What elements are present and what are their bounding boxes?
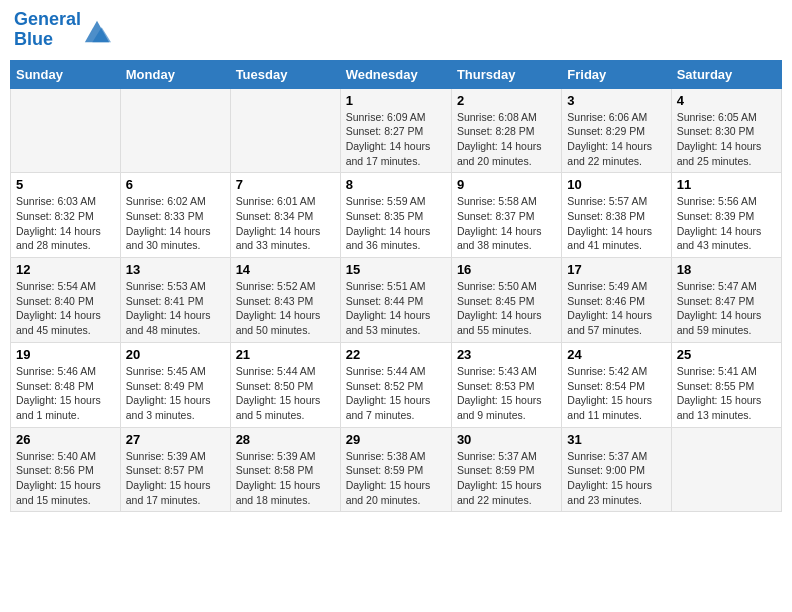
day-number: 28 — [236, 432, 335, 447]
page-header: General Blue — [10, 10, 782, 50]
day-number: 13 — [126, 262, 225, 277]
calendar-cell: 5Sunrise: 6:03 AM Sunset: 8:32 PM Daylig… — [11, 173, 121, 258]
day-info: Sunrise: 5:39 AM Sunset: 8:58 PM Dayligh… — [236, 449, 335, 508]
calendar-week-row: 12Sunrise: 5:54 AM Sunset: 8:40 PM Dayli… — [11, 258, 782, 343]
day-number: 6 — [126, 177, 225, 192]
calendar-cell: 22Sunrise: 5:44 AM Sunset: 8:52 PM Dayli… — [340, 342, 451, 427]
calendar-cell: 26Sunrise: 5:40 AM Sunset: 8:56 PM Dayli… — [11, 427, 121, 512]
day-info: Sunrise: 6:09 AM Sunset: 8:27 PM Dayligh… — [346, 110, 446, 169]
day-number: 7 — [236, 177, 335, 192]
calendar-cell: 25Sunrise: 5:41 AM Sunset: 8:55 PM Dayli… — [671, 342, 781, 427]
day-info: Sunrise: 5:57 AM Sunset: 8:38 PM Dayligh… — [567, 194, 665, 253]
calendar-week-row: 5Sunrise: 6:03 AM Sunset: 8:32 PM Daylig… — [11, 173, 782, 258]
weekday-header-tuesday: Tuesday — [230, 60, 340, 88]
calendar-cell: 24Sunrise: 5:42 AM Sunset: 8:54 PM Dayli… — [562, 342, 671, 427]
day-info: Sunrise: 5:52 AM Sunset: 8:43 PM Dayligh… — [236, 279, 335, 338]
calendar-cell: 2Sunrise: 6:08 AM Sunset: 8:28 PM Daylig… — [451, 88, 561, 173]
day-number: 27 — [126, 432, 225, 447]
day-info: Sunrise: 5:41 AM Sunset: 8:55 PM Dayligh… — [677, 364, 776, 423]
day-number: 4 — [677, 93, 776, 108]
calendar-table: SundayMondayTuesdayWednesdayThursdayFrid… — [10, 60, 782, 513]
calendar-cell: 20Sunrise: 5:45 AM Sunset: 8:49 PM Dayli… — [120, 342, 230, 427]
calendar-cell: 14Sunrise: 5:52 AM Sunset: 8:43 PM Dayli… — [230, 258, 340, 343]
day-number: 9 — [457, 177, 556, 192]
calendar-cell — [120, 88, 230, 173]
calendar-cell: 17Sunrise: 5:49 AM Sunset: 8:46 PM Dayli… — [562, 258, 671, 343]
calendar-week-row: 1Sunrise: 6:09 AM Sunset: 8:27 PM Daylig… — [11, 88, 782, 173]
day-number: 2 — [457, 93, 556, 108]
calendar-cell: 13Sunrise: 5:53 AM Sunset: 8:41 PM Dayli… — [120, 258, 230, 343]
calendar-cell: 19Sunrise: 5:46 AM Sunset: 8:48 PM Dayli… — [11, 342, 121, 427]
day-number: 11 — [677, 177, 776, 192]
calendar-cell: 18Sunrise: 5:47 AM Sunset: 8:47 PM Dayli… — [671, 258, 781, 343]
calendar-cell: 15Sunrise: 5:51 AM Sunset: 8:44 PM Dayli… — [340, 258, 451, 343]
weekday-header-sunday: Sunday — [11, 60, 121, 88]
calendar-cell: 7Sunrise: 6:01 AM Sunset: 8:34 PM Daylig… — [230, 173, 340, 258]
logo: General Blue — [14, 10, 111, 50]
day-info: Sunrise: 6:06 AM Sunset: 8:29 PM Dayligh… — [567, 110, 665, 169]
day-info: Sunrise: 5:37 AM Sunset: 9:00 PM Dayligh… — [567, 449, 665, 508]
logo-icon — [83, 16, 111, 44]
weekday-header-friday: Friday — [562, 60, 671, 88]
calendar-cell: 29Sunrise: 5:38 AM Sunset: 8:59 PM Dayli… — [340, 427, 451, 512]
day-info: Sunrise: 5:47 AM Sunset: 8:47 PM Dayligh… — [677, 279, 776, 338]
day-info: Sunrise: 5:44 AM Sunset: 8:52 PM Dayligh… — [346, 364, 446, 423]
weekday-header-monday: Monday — [120, 60, 230, 88]
day-info: Sunrise: 5:51 AM Sunset: 8:44 PM Dayligh… — [346, 279, 446, 338]
day-number: 20 — [126, 347, 225, 362]
weekday-header-saturday: Saturday — [671, 60, 781, 88]
day-info: Sunrise: 5:42 AM Sunset: 8:54 PM Dayligh… — [567, 364, 665, 423]
day-number: 15 — [346, 262, 446, 277]
day-info: Sunrise: 6:03 AM Sunset: 8:32 PM Dayligh… — [16, 194, 115, 253]
calendar-cell: 4Sunrise: 6:05 AM Sunset: 8:30 PM Daylig… — [671, 88, 781, 173]
day-info: Sunrise: 5:53 AM Sunset: 8:41 PM Dayligh… — [126, 279, 225, 338]
calendar-cell: 12Sunrise: 5:54 AM Sunset: 8:40 PM Dayli… — [11, 258, 121, 343]
calendar-cell: 10Sunrise: 5:57 AM Sunset: 8:38 PM Dayli… — [562, 173, 671, 258]
day-info: Sunrise: 6:02 AM Sunset: 8:33 PM Dayligh… — [126, 194, 225, 253]
calendar-cell: 3Sunrise: 6:06 AM Sunset: 8:29 PM Daylig… — [562, 88, 671, 173]
calendar-cell: 31Sunrise: 5:37 AM Sunset: 9:00 PM Dayli… — [562, 427, 671, 512]
weekday-header-row: SundayMondayTuesdayWednesdayThursdayFrid… — [11, 60, 782, 88]
calendar-week-row: 19Sunrise: 5:46 AM Sunset: 8:48 PM Dayli… — [11, 342, 782, 427]
day-info: Sunrise: 6:01 AM Sunset: 8:34 PM Dayligh… — [236, 194, 335, 253]
day-info: Sunrise: 5:39 AM Sunset: 8:57 PM Dayligh… — [126, 449, 225, 508]
day-info: Sunrise: 5:49 AM Sunset: 8:46 PM Dayligh… — [567, 279, 665, 338]
day-info: Sunrise: 5:40 AM Sunset: 8:56 PM Dayligh… — [16, 449, 115, 508]
day-info: Sunrise: 5:50 AM Sunset: 8:45 PM Dayligh… — [457, 279, 556, 338]
day-number: 14 — [236, 262, 335, 277]
calendar-cell — [230, 88, 340, 173]
day-number: 19 — [16, 347, 115, 362]
day-number: 24 — [567, 347, 665, 362]
day-number: 21 — [236, 347, 335, 362]
day-number: 12 — [16, 262, 115, 277]
calendar-cell: 30Sunrise: 5:37 AM Sunset: 8:59 PM Dayli… — [451, 427, 561, 512]
day-number: 17 — [567, 262, 665, 277]
calendar-cell — [11, 88, 121, 173]
day-info: Sunrise: 5:58 AM Sunset: 8:37 PM Dayligh… — [457, 194, 556, 253]
day-number: 8 — [346, 177, 446, 192]
day-info: Sunrise: 6:05 AM Sunset: 8:30 PM Dayligh… — [677, 110, 776, 169]
day-info: Sunrise: 5:46 AM Sunset: 8:48 PM Dayligh… — [16, 364, 115, 423]
day-info: Sunrise: 5:43 AM Sunset: 8:53 PM Dayligh… — [457, 364, 556, 423]
day-info: Sunrise: 5:37 AM Sunset: 8:59 PM Dayligh… — [457, 449, 556, 508]
weekday-header-wednesday: Wednesday — [340, 60, 451, 88]
day-number: 29 — [346, 432, 446, 447]
calendar-cell: 23Sunrise: 5:43 AM Sunset: 8:53 PM Dayli… — [451, 342, 561, 427]
day-number: 5 — [16, 177, 115, 192]
calendar-cell: 9Sunrise: 5:58 AM Sunset: 8:37 PM Daylig… — [451, 173, 561, 258]
calendar-cell: 21Sunrise: 5:44 AM Sunset: 8:50 PM Dayli… — [230, 342, 340, 427]
weekday-header-thursday: Thursday — [451, 60, 561, 88]
day-number: 23 — [457, 347, 556, 362]
day-info: Sunrise: 5:54 AM Sunset: 8:40 PM Dayligh… — [16, 279, 115, 338]
day-number: 16 — [457, 262, 556, 277]
day-number: 31 — [567, 432, 665, 447]
calendar-cell: 28Sunrise: 5:39 AM Sunset: 8:58 PM Dayli… — [230, 427, 340, 512]
calendar-cell: 16Sunrise: 5:50 AM Sunset: 8:45 PM Dayli… — [451, 258, 561, 343]
logo-text: General Blue — [14, 10, 81, 50]
day-number: 3 — [567, 93, 665, 108]
day-info: Sunrise: 5:38 AM Sunset: 8:59 PM Dayligh… — [346, 449, 446, 508]
calendar-cell: 1Sunrise: 6:09 AM Sunset: 8:27 PM Daylig… — [340, 88, 451, 173]
calendar-cell — [671, 427, 781, 512]
calendar-week-row: 26Sunrise: 5:40 AM Sunset: 8:56 PM Dayli… — [11, 427, 782, 512]
day-info: Sunrise: 5:45 AM Sunset: 8:49 PM Dayligh… — [126, 364, 225, 423]
